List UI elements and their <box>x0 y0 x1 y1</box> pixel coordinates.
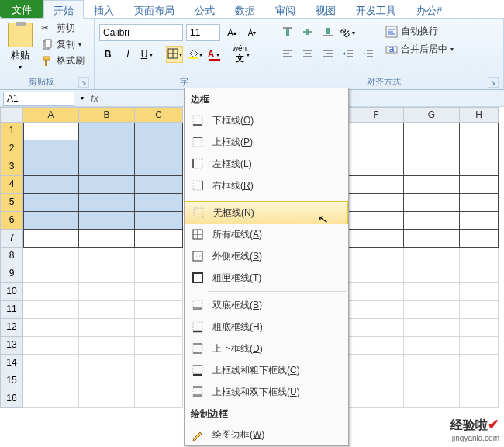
cell[interactable] <box>404 337 460 355</box>
namebox-dropdown[interactable]: ▾ <box>78 95 87 102</box>
border-menu-item-border-outside[interactable]: 外侧框线(S) <box>185 245 348 267</box>
cell[interactable] <box>404 355 460 372</box>
tab-formula[interactable]: 公式 <box>185 0 225 18</box>
cell[interactable] <box>135 158 183 176</box>
cell[interactable] <box>348 283 404 301</box>
cell[interactable] <box>404 283 460 301</box>
cell[interactable] <box>348 390 404 408</box>
cell[interactable] <box>23 319 79 337</box>
cell[interactable] <box>79 194 135 212</box>
tab-view[interactable]: 视图 <box>306 0 346 18</box>
cell[interactable] <box>348 212 404 230</box>
cell[interactable] <box>348 301 404 319</box>
cell[interactable] <box>460 265 499 283</box>
row-header[interactable]: 16 <box>0 390 23 408</box>
row-header[interactable]: 3 <box>0 158 23 176</box>
cell[interactable] <box>404 176 460 194</box>
cell[interactable] <box>348 248 404 265</box>
align-left-button[interactable] <box>279 46 296 63</box>
cell[interactable] <box>135 301 183 319</box>
row-header[interactable]: 8 <box>0 248 23 265</box>
underline-button[interactable]: U▾ <box>140 46 157 63</box>
copy-button[interactable]: 复制 ▾ <box>39 37 87 52</box>
col-header[interactable]: G <box>404 107 460 123</box>
align-launcher[interactable]: ↘ <box>488 77 499 88</box>
cell[interactable] <box>135 355 183 372</box>
row-header[interactable]: 12 <box>0 319 23 337</box>
cell[interactable] <box>79 265 135 283</box>
cell[interactable] <box>460 337 499 355</box>
border-menu-item-border-bottom[interactable]: 下框线(O) <box>185 109 348 131</box>
align-middle-button[interactable] <box>299 24 316 41</box>
cell[interactable] <box>79 283 135 301</box>
cell[interactable] <box>460 283 499 301</box>
cell[interactable] <box>135 372 183 390</box>
format-painter-button[interactable]: 格式刷 <box>39 54 87 68</box>
cell[interactable] <box>79 212 135 230</box>
cell[interactable] <box>348 265 404 283</box>
cell[interactable] <box>404 158 460 176</box>
align-top-button[interactable] <box>279 24 296 41</box>
cell[interactable] <box>23 248 79 265</box>
align-bottom-button[interactable] <box>319 24 337 41</box>
border-menu-item-border-left[interactable]: 左框线(L) <box>185 153 348 175</box>
cell[interactable] <box>460 158 499 176</box>
cell[interactable] <box>23 301 79 319</box>
row-header[interactable]: 6 <box>0 212 23 230</box>
cell[interactable] <box>348 372 404 390</box>
cell[interactable] <box>79 248 135 265</box>
border-menu-item-pencil[interactable]: 绘图边框(W) <box>185 424 348 445</box>
col-header[interactable]: H <box>460 107 499 123</box>
cell[interactable] <box>23 372 79 390</box>
cell[interactable] <box>404 212 460 230</box>
cell[interactable] <box>404 140 460 158</box>
cell[interactable] <box>460 230 499 248</box>
cell[interactable] <box>135 390 183 408</box>
cell[interactable] <box>135 283 183 301</box>
clipboard-launcher[interactable]: ↘ <box>78 77 89 88</box>
border-menu-item-border-top-doublebottom[interactable]: 上框线和双下框线(U) <box>185 381 348 403</box>
cell[interactable] <box>404 301 460 319</box>
row-header[interactable]: 5 <box>0 194 23 212</box>
cell[interactable] <box>23 140 79 158</box>
cell[interactable] <box>23 158 79 176</box>
cell[interactable] <box>79 301 135 319</box>
cell[interactable] <box>79 355 135 372</box>
row-header[interactable]: 4 <box>0 176 23 194</box>
cell[interactable] <box>460 248 499 265</box>
border-menu-item-border-bottom-thick[interactable]: 粗底框线(H) <box>185 316 348 338</box>
font-color-button[interactable]: A ▾ <box>206 46 223 63</box>
cell[interactable] <box>348 140 404 158</box>
tab-review[interactable]: 审阅 <box>265 0 306 18</box>
phonetic-button[interactable]: wén文▾ <box>233 46 250 63</box>
row-header[interactable]: 15 <box>0 372 23 390</box>
border-menu-item-border-bottom-double[interactable]: 双底框线(B) <box>185 294 348 316</box>
cell[interactable] <box>348 230 404 248</box>
paste-button[interactable]: 粘贴 ▾ <box>5 21 36 74</box>
cell[interactable] <box>135 319 183 337</box>
cell[interactable] <box>404 123 460 140</box>
cell[interactable] <box>460 372 499 390</box>
col-header[interactable]: A <box>23 107 79 123</box>
cell[interactable] <box>135 265 183 283</box>
cell[interactable] <box>460 212 499 230</box>
cell[interactable] <box>135 212 183 230</box>
cell[interactable] <box>135 194 183 212</box>
cell[interactable] <box>404 319 460 337</box>
tab-data[interactable]: 数据 <box>225 0 265 18</box>
cell[interactable] <box>135 123 183 140</box>
cell[interactable] <box>23 176 79 194</box>
cell[interactable] <box>460 319 499 337</box>
cut-button[interactable]: ✂ 剪切 <box>39 21 87 36</box>
row-header[interactable]: 11 <box>0 301 23 319</box>
cell[interactable] <box>79 337 135 355</box>
tab-wps[interactable]: 办公# <box>406 0 452 18</box>
cell[interactable] <box>23 230 79 248</box>
row-header[interactable]: 13 <box>0 337 23 355</box>
cell[interactable] <box>23 212 79 230</box>
cell[interactable] <box>460 176 499 194</box>
fx-button[interactable]: fx <box>87 93 102 104</box>
cell[interactable] <box>348 319 404 337</box>
tab-file[interactable]: 文件 <box>0 0 43 18</box>
border-menu-item-border-right[interactable]: 右框线(R) <box>185 175 348 196</box>
